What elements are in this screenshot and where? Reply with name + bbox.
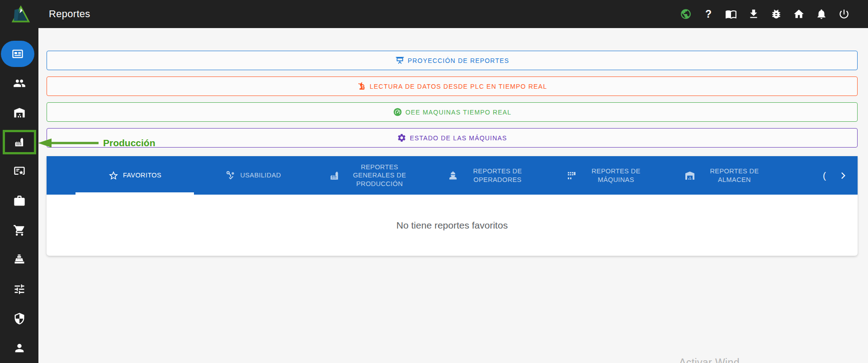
sidebar-item-users[interactable] — [0, 68, 38, 98]
tab-reportes-generales-produccion[interactable]: REPORTES GENERALES DE PRODUCCIÓN — [312, 156, 431, 195]
banner-oee-maquinas-tiempo-real[interactable]: OEE MAQUINAS TIEMPO REAL — [47, 102, 858, 122]
projector-screen-icon — [395, 56, 405, 65]
factory-icon — [13, 136, 26, 148]
warehouse-icon — [13, 106, 26, 119]
warehouse-icon — [684, 170, 695, 181]
production-highlight-box — [3, 130, 36, 154]
topbar-icon-group: ? — [680, 8, 850, 20]
tab-overflow-area: ( — [823, 156, 858, 195]
banner-label: PROYECCIÓN DE REPORTES — [408, 57, 509, 64]
factory-icon — [329, 170, 340, 182]
sidebar-item-warehouse[interactable] — [0, 98, 38, 127]
workflow-icon — [225, 170, 236, 181]
tab-reportes-almacen[interactable]: REPORTES DE ALMACEN — [668, 156, 786, 195]
power-icon[interactable] — [838, 8, 850, 20]
app-logo — [11, 4, 31, 24]
gauge-icon — [393, 107, 402, 117]
banner-estado-de-las-maquinas[interactable]: ESTADO DE LAS MÁQUINAS — [47, 128, 858, 148]
banner-proyeccion-de-reportes[interactable]: PROYECCIÓN DE REPORTES — [47, 51, 858, 70]
page-title: Reportes — [49, 8, 90, 20]
sidebar-item-jobs[interactable] — [0, 186, 38, 215]
cash-register-icon — [13, 253, 26, 266]
tab-reportes-maquinas[interactable]: REPORTES DE MÁQUINAS — [549, 156, 668, 195]
home-icon[interactable] — [793, 8, 805, 20]
tune-sliders-icon — [13, 283, 26, 296]
content-area: PROYECCIÓN DE REPORTES LECTURA DE DATOS … — [38, 28, 868, 363]
activate-windows-watermark: Activar Wind — [679, 357, 740, 363]
users-icon — [13, 77, 26, 90]
shield-icon — [13, 312, 26, 325]
sidebar-item-reports-dashboard[interactable] — [0, 39, 38, 68]
banner-label: LECTURA DE DATOS DESDE PLC EN TIEMPO REA… — [370, 83, 547, 90]
banner-lectura-plc-tiempo-real[interactable]: LECTURA DE DATOS DESDE PLC EN TIEMPO REA… — [47, 76, 858, 96]
banner-label: ESTADO DE LAS MÁQUINAS — [410, 134, 507, 142]
reports-tab-bar: FAVORITOS USABILIDAD REPORTES GENERALES … — [47, 156, 858, 195]
active-item-pill — [1, 41, 34, 67]
sidebar-item-security[interactable] — [0, 304, 38, 333]
chevron-right-icon[interactable] — [836, 169, 849, 182]
robot-arm-icon — [357, 81, 367, 91]
tab-reportes-operadores[interactable]: REPORTES DE OPERADORES — [431, 156, 549, 195]
machine-icon — [566, 170, 577, 181]
banner-label: OEE MAQUINAS TIEMPO REAL — [406, 109, 512, 116]
operator-helmet-icon — [448, 170, 458, 181]
sidebar-item-production[interactable] — [0, 127, 38, 157]
tab-favoritos[interactable]: FAVORITOS — [75, 156, 194, 195]
sidebar-item-sales[interactable] — [0, 245, 38, 274]
favorites-panel: No tiene reportes favoritos — [47, 195, 858, 256]
help-icon[interactable]: ? — [703, 8, 714, 20]
reports-card: FAVORITOS USABILIDAD REPORTES GENERALES … — [47, 156, 858, 256]
manual-book-icon[interactable] — [725, 8, 737, 20]
bug-report-icon[interactable] — [770, 8, 782, 20]
sidebar-item-account[interactable] — [0, 333, 38, 363]
clipped-tab-fragment: ( — [823, 170, 826, 181]
sidebar-item-purchases[interactable] — [0, 215, 38, 245]
globe-icon[interactable] — [680, 8, 692, 20]
newspaper-icon — [11, 48, 24, 60]
briefcase-icon — [13, 195, 26, 207]
empty-favorites-message: No tiene reportes favoritos — [396, 220, 508, 231]
download-icon[interactable] — [748, 8, 760, 20]
certificate-icon — [13, 165, 26, 178]
shopping-cart-icon — [13, 224, 26, 237]
sidebar — [0, 28, 38, 363]
gear-icon — [397, 133, 406, 143]
star-icon — [108, 170, 119, 181]
tab-usabilidad[interactable]: USABILIDAD — [194, 156, 312, 195]
sidebar-item-certificates[interactable] — [0, 157, 38, 186]
person-icon — [13, 342, 26, 354]
sidebar-item-settings[interactable] — [0, 274, 38, 304]
top-bar: Reportes ? — [0, 0, 868, 28]
notifications-bell-icon[interactable] — [816, 8, 827, 20]
